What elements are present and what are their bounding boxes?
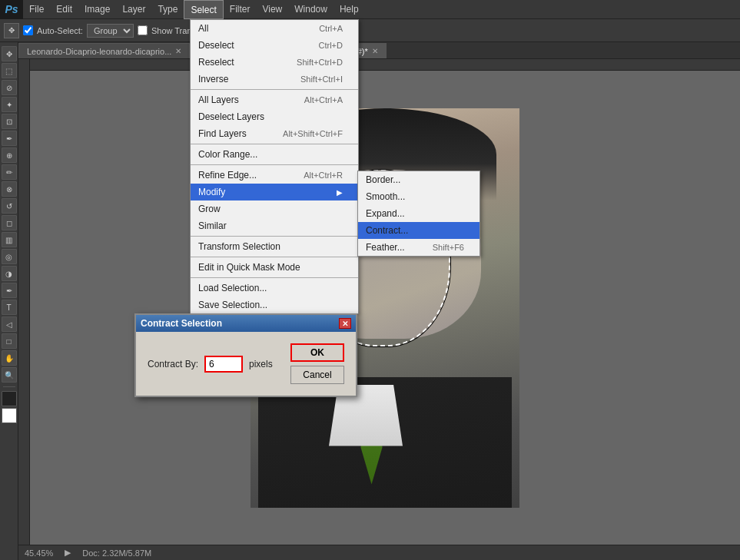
tool-text[interactable]: T <box>2 300 17 315</box>
contract-selection-dialog: Contract Selection ✕ Contract By: pixels… <box>134 313 357 397</box>
app-logo: Ps <box>0 0 23 19</box>
menu-smooth[interactable]: Smooth... <box>358 188 480 205</box>
tool-history[interactable]: ↺ <box>2 198 17 214</box>
tool-eyedropper[interactable]: ✒ <box>2 131 17 146</box>
menu-sep2 <box>191 144 358 144</box>
menu-sep3 <box>191 164 358 165</box>
menu-image[interactable]: Image <box>78 0 116 19</box>
menu-sep4 <box>191 236 358 237</box>
menu-save-selection[interactable]: Save Selection... <box>191 297 358 313</box>
tab-close-dicaprio[interactable]: ✕ <box>175 47 181 55</box>
dialog-buttons: OK Cancel <box>290 343 344 384</box>
auto-select-checkbox[interactable] <box>23 25 33 35</box>
menu-all-layers[interactable]: All Layers Alt+Ctrl+A <box>191 91 358 108</box>
menu-color-range[interactable]: Color Range... <box>191 146 358 163</box>
menu-layer[interactable]: Layer <box>116 0 151 19</box>
menu-inverse[interactable]: Inverse Shift+Ctrl+I <box>191 71 358 88</box>
tool-gradient[interactable]: ▥ <box>2 232 17 247</box>
cancel-button[interactable]: Cancel <box>290 366 344 384</box>
toolbar: ✥ Auto-Select: Group Layer Show Transfor… <box>0 19 740 42</box>
dialog-contract-row: Contract By: pixels OK Cancel <box>148 343 344 384</box>
dialog-title: Contract Selection <box>141 318 222 329</box>
menu-select[interactable]: Select <box>184 0 223 19</box>
tool-marquee[interactable]: ⬚ <box>2 63 17 78</box>
menu-deselect[interactable]: Deselect Ctrl+D <box>191 37 358 54</box>
menu-reselect[interactable]: Reselect Shift+Ctrl+D <box>191 54 358 71</box>
tool-lasso[interactable]: ⊘ <box>2 80 17 95</box>
tool-background-color[interactable] <box>2 408 17 423</box>
menu-find-layers[interactable]: Find Layers Alt+Shift+Ctrl+F <box>191 125 358 142</box>
tool-eraser[interactable]: ◻ <box>2 215 17 230</box>
modify-arrow-icon: ▶ <box>337 188 343 197</box>
menu-load-selection[interactable]: Load Selection... <box>191 280 358 297</box>
modify-submenu: Border... Smooth... Expand... Contract..… <box>357 171 480 257</box>
auto-select-label: Auto-Select: <box>23 25 83 35</box>
zoom-level: 45.45% <box>25 548 53 558</box>
menu-sep5 <box>191 257 358 257</box>
menu-feather[interactable]: Feather... Shift+F6 <box>358 239 480 256</box>
pixels-label: pixels <box>249 359 273 369</box>
tool-shape[interactable]: □ <box>2 333 17 349</box>
tool-clone[interactable]: ⊗ <box>2 181 17 197</box>
tool-pen[interactable]: ✒ <box>2 283 17 298</box>
tool-magic-wand[interactable]: ✦ <box>2 97 17 112</box>
menu-contract[interactable]: Contract... <box>358 222 480 239</box>
menu-window[interactable]: Window <box>288 0 333 19</box>
menu-filter[interactable]: Filter <box>224 0 257 19</box>
menu-all[interactable]: All Ctrl+A <box>191 20 358 37</box>
canvas-area <box>18 59 740 545</box>
menu-transform-selection[interactable]: Transform Selection <box>191 238 358 255</box>
tool-path[interactable]: ◁ <box>2 316 17 332</box>
menubar: Ps File Edit Image Layer Type Select Fil… <box>0 0 740 19</box>
menu-grow[interactable]: Grow <box>191 200 358 217</box>
menu-edit-quick-mask[interactable]: Edit in Quick Mask Mode <box>191 259 358 276</box>
menu-border[interactable]: Border... <box>358 171 480 188</box>
menu-file[interactable]: File <box>23 0 50 19</box>
tabbar: Leonardo-Dicaprio-leonardo-dicaprio... ✕… <box>18 42 740 59</box>
dialog-content: Contract By: pixels OK Cancel <box>136 332 356 396</box>
move-tool-icon[interactable]: ✥ <box>4 23 19 38</box>
tool-blur[interactable]: ◎ <box>2 249 17 264</box>
menu-sep1 <box>191 89 358 90</box>
transform-controls-checkbox[interactable] <box>138 25 148 35</box>
menu-expand[interactable]: Expand... <box>358 205 480 222</box>
menu-similar[interactable]: Similar <box>191 217 358 234</box>
group-select[interactable]: Group Layer <box>87 24 134 38</box>
tool-brush[interactable]: ✏ <box>2 164 17 180</box>
menu-help[interactable]: Help <box>333 0 365 19</box>
tool-separator <box>3 386 15 387</box>
select-menu: All Ctrl+A Deselect Ctrl+D Reselect Shif… <box>190 19 359 314</box>
tool-zoom[interactable]: 🔍 <box>2 367 17 383</box>
menu-modify[interactable]: Modify ▶ <box>191 184 358 200</box>
tool-hand[interactable]: ✋ <box>2 350 17 366</box>
ruler-horizontal <box>30 59 740 71</box>
left-sidebar: ✥ ⬚ ⊘ ✦ ⊡ ✒ ⊕ ✏ ⊗ ↺ ◻ ▥ ◎ ◑ ✒ T ◁ □ ✋ 🔍 <box>0 42 18 560</box>
menu-deselect-layers[interactable]: Deselect Layers <box>191 108 358 125</box>
contract-by-input[interactable] <box>204 356 243 373</box>
menu-refine-edge[interactable]: Refine Edge... Alt+Ctrl+R <box>191 167 358 184</box>
tool-move[interactable]: ✥ <box>2 46 17 61</box>
doc-size: Doc: 2.32M/5.87M <box>82 548 151 558</box>
tool-foreground-color[interactable] <box>2 391 17 406</box>
tab-dicaprio[interactable]: Leonardo-Dicaprio-leonardo-dicaprio... ✕ <box>18 43 190 58</box>
ruler-vertical <box>18 59 30 545</box>
contract-by-label: Contract By: <box>148 359 198 369</box>
menu-edit[interactable]: Edit <box>50 0 78 19</box>
dialog-titlebar: Contract Selection ✕ <box>136 315 356 332</box>
ok-button[interactable]: OK <box>290 343 344 362</box>
menu-type[interactable]: Type <box>151 0 184 19</box>
statusbar: 45.45% ▶ Doc: 2.32M/5.87M <box>18 545 740 560</box>
tool-heal[interactable]: ⊕ <box>2 147 17 163</box>
tool-crop[interactable]: ⊡ <box>2 114 17 129</box>
tab-close-shahrukh[interactable]: ✕ <box>372 47 378 55</box>
menu-view[interactable]: View <box>256 0 288 19</box>
dialog-close-button[interactable]: ✕ <box>339 318 351 329</box>
tool-dodge[interactable]: ◑ <box>2 266 17 281</box>
menu-sep6 <box>191 277 358 278</box>
canvas-content <box>30 71 740 545</box>
status-separator: ▶ <box>65 548 71 558</box>
